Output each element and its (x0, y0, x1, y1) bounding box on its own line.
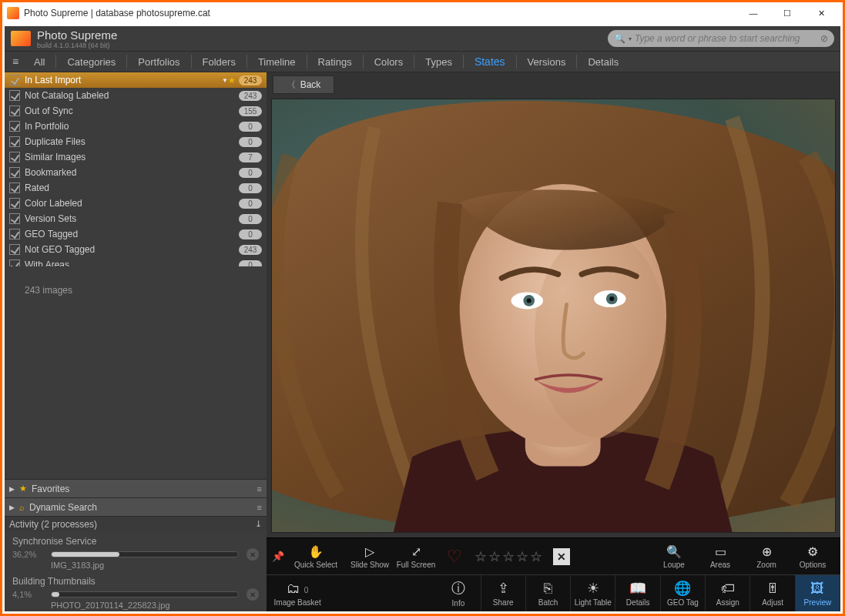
star-2[interactable]: ☆ (488, 548, 501, 565)
nav-portfolios[interactable]: Portfolios (127, 56, 190, 68)
state-item[interactable]: In Last Import▼★243 (5, 72, 267, 88)
pin-icon[interactable]: 📌 (271, 551, 285, 562)
state-item[interactable]: In Portfolio0 (5, 119, 267, 134)
details-button[interactable]: 📖Details (615, 575, 660, 611)
loupe-button[interactable]: 🔍Loupe (651, 540, 697, 574)
state-label: Version Sets (25, 213, 239, 224)
checkbox-icon[interactable] (9, 198, 20, 209)
light-table-button[interactable]: ☀Light Table (571, 575, 615, 611)
state-item[interactable]: Out of Sync155 (5, 103, 267, 119)
state-item[interactable]: Version Sets0 (5, 211, 267, 226)
state-item[interactable]: Similar Images7 (5, 149, 267, 165)
close-button[interactable]: ✕ (804, 2, 838, 24)
cancel-icon[interactable]: ✕ (246, 588, 259, 601)
state-item[interactable]: Duplicate Files0 (5, 134, 267, 149)
nav-folders[interactable]: Folders (192, 56, 246, 68)
search-input[interactable] (635, 33, 820, 44)
nav-states[interactable]: States (464, 55, 516, 68)
count-badge: 0 (239, 137, 262, 147)
checkbox-icon[interactable] (9, 90, 20, 101)
areas-button[interactable]: ▭Areas (697, 540, 743, 574)
image-basket-button[interactable]: 🗂 0 Image Basket (267, 575, 328, 611)
count-badge: 0 (239, 260, 262, 267)
clear-search-icon[interactable]: ⊘ (820, 33, 828, 44)
maximize-button[interactable]: ☐ (770, 2, 804, 24)
checkbox-icon[interactable] (9, 213, 20, 224)
checkbox-icon[interactable] (9, 152, 20, 162)
checkbox-icon[interactable] (9, 182, 20, 193)
checkbox-icon[interactable] (9, 244, 20, 255)
star-1[interactable]: ☆ (474, 548, 487, 565)
full-screen-button[interactable]: ⤢Full Screen (393, 540, 439, 574)
menu-icon[interactable]: ≡ (257, 484, 262, 494)
batch-button[interactable]: ⎘Batch (526, 575, 571, 611)
count-badge: 243 (239, 75, 262, 85)
nav-versions[interactable]: Versions (517, 56, 577, 68)
nav-timeline[interactable]: Timeline (247, 56, 307, 68)
play-icon: ▷ (365, 544, 374, 560)
dynamic-search-panel[interactable]: ▶ ⌕ Dynamic Search ≡ (5, 497, 267, 516)
rating-stars[interactable]: ☆ ☆ ☆ ☆ ☆ (474, 548, 542, 565)
basket-icon: 🗂 0 (287, 581, 309, 597)
search-box[interactable]: 🔍 ▾ ⊘ (608, 30, 834, 47)
info-button[interactable]: ⓘInfo (436, 575, 481, 611)
nav-ratings[interactable]: Ratings (307, 56, 363, 68)
progress-sync: Synchronise Service 36,2% ✕ IMG_3183.jpg (5, 531, 267, 571)
quick-select-button[interactable]: ✋Quick Select (285, 540, 347, 574)
count-badge: 0 (239, 183, 262, 193)
state-item[interactable]: Bookmarked0 (5, 165, 267, 180)
checkbox-icon[interactable] (9, 136, 20, 147)
checkbox-icon[interactable] (9, 121, 20, 132)
star-4[interactable]: ☆ (516, 548, 528, 565)
favorite-heart-icon[interactable]: ♡ (447, 547, 462, 567)
preview-button[interactable]: 🖼Preview (796, 575, 840, 611)
options-button[interactable]: ⚙Options (790, 540, 836, 574)
nav-colors[interactable]: Colors (364, 56, 414, 68)
adjust-button[interactable]: 🎚Adjust (750, 575, 795, 611)
cancel-icon[interactable]: ✕ (246, 548, 259, 561)
quick-select-icon: ✋ (308, 544, 324, 560)
image-icon: 🖼 (810, 581, 824, 597)
zoom-button[interactable]: ⊕Zoom (743, 540, 790, 574)
nav-all[interactable]: All (23, 56, 55, 68)
progress-percent: 36,2% (12, 550, 43, 559)
star-5[interactable]: ☆ (530, 548, 542, 565)
state-item[interactable]: With Areas0 (5, 257, 267, 266)
star-3[interactable]: ☆ (502, 548, 515, 565)
share-button[interactable]: ⇪Share (481, 575, 526, 611)
nav-categories[interactable]: Categories (56, 56, 126, 68)
state-item[interactable]: Rated0 (5, 180, 267, 196)
app-name: Photo Supreme (37, 28, 117, 42)
progress-bar (51, 591, 239, 598)
menu-icon[interactable]: ≡ (257, 503, 262, 512)
state-item[interactable]: Not Catalog Labeled243 (5, 88, 267, 103)
slide-show-button[interactable]: ▷Slide Show (347, 540, 393, 574)
back-button[interactable]: 〈 Back (273, 75, 334, 94)
checkbox-icon[interactable] (9, 105, 20, 116)
reject-button[interactable]: ✕ (553, 548, 570, 565)
assign-button[interactable]: 🏷Assign (706, 575, 750, 611)
state-item[interactable]: Color Labeled0 (5, 196, 267, 211)
geo-tag-button[interactable]: 🌐GEO Tag (661, 575, 706, 611)
nav-types[interactable]: Types (414, 56, 463, 68)
chevron-down-icon[interactable]: ▾ (629, 35, 632, 42)
checkbox-icon[interactable] (9, 167, 20, 178)
checkbox-icon[interactable] (9, 75, 20, 85)
hamburger-icon[interactable]: ≡ (8, 55, 23, 68)
favorites-panel[interactable]: ▶ ★ Favorites ≡ (5, 479, 267, 497)
chevron-down-icon[interactable]: ▼ (222, 77, 228, 84)
download-icon[interactable]: ⤓ (255, 519, 262, 529)
activity-header[interactable]: Activity (2 processes) ⤓ (5, 516, 267, 531)
toolbar-top: 📌 ✋Quick Select ▷Slide Show ⤢Full Screen… (267, 537, 840, 574)
minimize-button[interactable]: — (736, 2, 770, 24)
progress-bar (51, 551, 239, 557)
nav-details[interactable]: Details (577, 56, 629, 68)
svg-point-9 (609, 296, 614, 301)
checkbox-icon[interactable] (9, 259, 20, 266)
state-item[interactable]: Not GEO Tagged243 (5, 242, 267, 257)
window-title: Photo Supreme | database photosupreme.ca… (24, 8, 736, 18)
image-preview[interactable] (271, 99, 836, 533)
state-item[interactable]: GEO Tagged0 (5, 226, 267, 242)
checkbox-icon[interactable] (9, 229, 20, 239)
zoom-icon: ⊕ (762, 544, 772, 560)
